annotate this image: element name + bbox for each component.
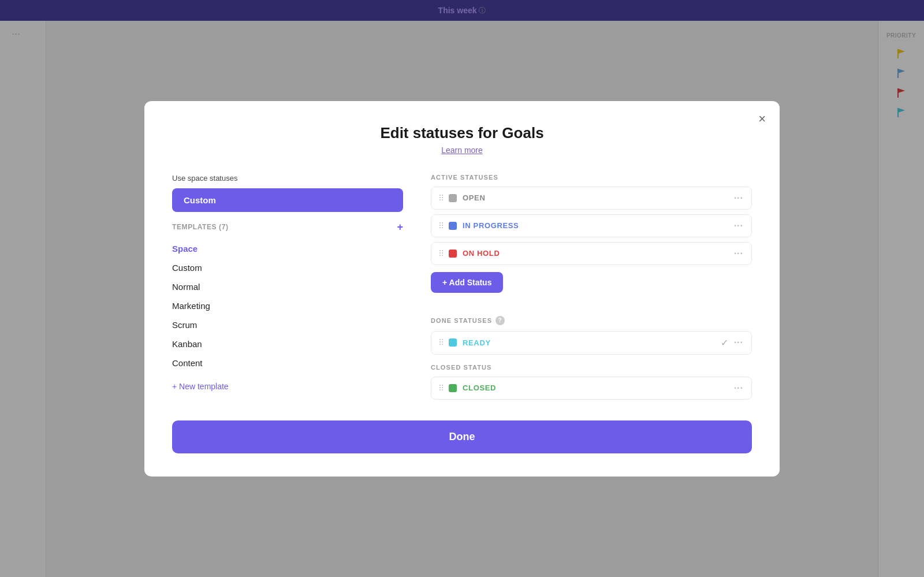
status-actions: ··· (733, 221, 744, 231)
drag-handle-icon[interactable]: ⠿ (438, 221, 443, 230)
templates-add-button[interactable]: + (397, 221, 403, 233)
status-row: ⠿CLOSED··· (431, 377, 752, 400)
status-actions: ··· (733, 383, 744, 393)
close-button[interactable]: × (758, 113, 766, 125)
check-icon: ✓ (721, 337, 728, 348)
done-button[interactable]: Done (172, 420, 752, 453)
status-row: ⠿ON HOLD··· (431, 242, 752, 265)
use-space-label: Use space statuses (172, 174, 403, 183)
status-row: ⠿OPEN··· (431, 187, 752, 210)
active-statuses-label: ACTIVE STATUSES (431, 174, 752, 181)
template-list-item[interactable]: Content (172, 353, 403, 373)
status-name-label: OPEN (463, 193, 727, 202)
status-name-label: READY (463, 338, 715, 347)
status-row: ⠿IN PROGRESS··· (431, 214, 752, 237)
status-color-dot (449, 250, 457, 258)
status-more-button[interactable]: ··· (733, 193, 744, 203)
status-name-label: IN PROGRESS (463, 221, 727, 230)
done-statuses-container: ⠿READY✓··· (431, 331, 752, 355)
status-color-dot (449, 222, 457, 230)
done-statuses-help-icon[interactable]: ? (495, 316, 505, 325)
modal-title: Edit statuses for Goals (172, 124, 752, 142)
status-more-button[interactable]: ··· (733, 248, 744, 259)
modal-footer: Done (172, 420, 752, 453)
drag-handle-icon[interactable]: ⠿ (438, 338, 443, 347)
template-list-item[interactable]: Custom (172, 258, 403, 277)
modal-overlay: Edit statuses for Goals Learn more × Use… (0, 0, 924, 577)
template-list-item[interactable]: Kanban (172, 334, 403, 353)
edit-statuses-modal: Edit statuses for Goals Learn more × Use… (144, 101, 780, 477)
templates-row: TEMPLATES (7) + (172, 221, 403, 233)
new-template-button[interactable]: + New template (172, 382, 229, 391)
left-column: Use space statuses Custom TEMPLATES (7) … (172, 174, 403, 404)
closed-statuses-container: ⠿CLOSED··· (431, 377, 752, 400)
active-statuses-container: ⠿OPEN···⠿IN PROGRESS···⠿ON HOLD··· (431, 187, 752, 265)
right-column: ACTIVE STATUSES ⠿OPEN···⠿IN PROGRESS···⠿… (431, 174, 752, 404)
template-list-item[interactable]: Space (172, 239, 403, 258)
status-more-button[interactable]: ··· (733, 383, 744, 393)
status-row: ⠿READY✓··· (431, 331, 752, 355)
drag-handle-icon[interactable]: ⠿ (438, 193, 443, 203)
learn-more-link[interactable]: Learn more (441, 146, 483, 155)
status-actions: ··· (733, 248, 744, 259)
status-name-label: CLOSED (463, 384, 727, 392)
drag-handle-icon[interactable]: ⠿ (438, 249, 443, 258)
drag-handle-icon[interactable]: ⠿ (438, 384, 443, 393)
template-list-item[interactable]: Marketing (172, 296, 403, 315)
modal-body: Use space statuses Custom TEMPLATES (7) … (172, 174, 752, 404)
status-name-label: ON HOLD (463, 249, 727, 258)
status-color-dot (449, 384, 457, 392)
status-more-button[interactable]: ··· (733, 221, 744, 231)
custom-selected-button[interactable]: Custom (172, 188, 403, 212)
status-actions: ✓··· (721, 337, 744, 348)
template-list-item[interactable]: Normal (172, 277, 403, 296)
add-status-button[interactable]: + Add Status (431, 272, 503, 293)
status-color-dot (449, 194, 457, 202)
templates-label: TEMPLATES (7) (172, 223, 229, 231)
template-list: SpaceCustomNormalMarketingScrumKanbanCon… (172, 239, 403, 373)
closed-status-label: CLOSED STATUS (431, 364, 752, 371)
status-color-dot (449, 338, 457, 347)
modal-header: Edit statuses for Goals Learn more (172, 124, 752, 155)
status-actions: ··· (733, 193, 744, 203)
template-list-item[interactable]: Scrum (172, 315, 403, 334)
done-statuses-label: DONE STATUSES ? (431, 316, 752, 325)
status-more-button[interactable]: ··· (733, 337, 744, 348)
